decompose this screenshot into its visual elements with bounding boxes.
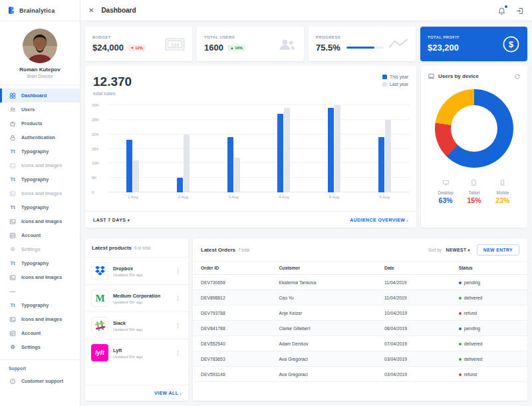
legend-label: Last year (390, 82, 408, 87)
progress-bar (346, 47, 384, 49)
device-label: Tablet (460, 190, 488, 195)
date-cell: 11/04/2019 (376, 290, 451, 305)
svg-text:$: $ (509, 39, 513, 49)
typography-icon: Tt (9, 176, 17, 183)
status-cell: refund (451, 367, 527, 382)
main-content: BUDGET$24,000▼ 12%100TOTAL USERS1600▲ 16… (80, 21, 532, 406)
sidebar-item-settings[interactable]: ⚙Settings (0, 340, 80, 354)
sidebar-item-dashboard[interactable]: Dashboard (0, 89, 80, 102)
brand-name: Brainalytica (19, 7, 55, 14)
status-dot (459, 327, 462, 330)
more-options-icon[interactable]: ⋮ (174, 322, 182, 329)
sidebar-item-label: Typography (21, 204, 49, 210)
stat-value: $23,200 (428, 43, 459, 53)
status-cell: delivered (451, 290, 527, 305)
bar-group (359, 105, 410, 192)
date-cell: 10/04/2019 (376, 305, 451, 321)
delta-badge: ▼ 12% (128, 45, 146, 51)
table-row: DEV898812Cao Yu11/04/2019delivered (193, 290, 527, 305)
x-axis-labels: 1 Aug2 Aug3 Aug4 Aug5 Aug6 Aug (108, 195, 410, 199)
sidebar-item-label: Settings (21, 246, 41, 252)
sidebar-item-label: Customer support (21, 378, 63, 384)
sidebar-item-authentication[interactable]: Authentication (0, 130, 80, 144)
product-updated: Updated 5hr ago (113, 327, 143, 331)
order-id-cell: DEV841788 (193, 321, 271, 336)
logo-row[interactable]: Brainalytica (0, 0, 80, 21)
banknote-icon: 100 (165, 37, 185, 51)
sidebar-item-account[interactable]: Account (0, 326, 80, 340)
image-icon (9, 218, 17, 225)
more-options-icon[interactable]: ⋮ (174, 268, 182, 274)
sidebar-item-typography[interactable]: TtTypography (0, 172, 80, 186)
sidebar-item-typography[interactable]: TtTypography (0, 256, 80, 270)
sidebar-item-icons-and-images[interactable]: Icons and Images (0, 270, 80, 284)
bar-last-year (334, 105, 340, 192)
sidebar-item-icons-and-images[interactable]: Icons and Images (0, 312, 80, 326)
sidebar-item-label: Authentication (21, 134, 55, 140)
more-options-icon[interactable]: ⋮ (174, 295, 182, 302)
status-dot (459, 282, 462, 284)
view-all-link[interactable]: VIEW ALL › (154, 391, 182, 395)
product-updated: Updated 5hr ago (113, 300, 160, 304)
notification-dot (505, 5, 507, 8)
device-mobile: Mobile23% (489, 177, 517, 204)
notifications-bell-icon[interactable] (497, 6, 506, 15)
sidebar-item-icons-and-images[interactable]: Icons and Images (0, 158, 80, 172)
chart-subtitle: total sales (93, 91, 408, 97)
range-dropdown[interactable]: LAST 7 DAYS ▾ (93, 218, 130, 222)
product-item-lyft: lyftLyftUpdated 5hr ago⋮ (85, 339, 188, 366)
column-header-order-id: Order ID (193, 262, 271, 275)
sidebar-item-customer-support[interactable]: Customer support (0, 374, 80, 388)
refresh-icon[interactable] (514, 73, 521, 80)
device-percent: 23% (489, 196, 517, 204)
sidebar-item-label: Account (21, 232, 41, 238)
chart-title: 12.370 (93, 75, 408, 89)
sort-dropdown[interactable]: NEWEST ▾ (446, 248, 469, 252)
sidebar-item-typography[interactable]: TtTypography (0, 200, 80, 214)
bar-group (309, 105, 360, 192)
typography-icon: Tt (9, 260, 17, 267)
bar-chart: 30K25K20K15K10K5K0 (92, 105, 410, 192)
sidebar-item-typography[interactable]: TtTypography (0, 144, 80, 158)
legend-label: This year (390, 75, 408, 79)
column-header-status: Status (451, 262, 527, 275)
sidebar-nav: DashboardUsersProductsAuthenticationTtTy… (0, 85, 80, 354)
lock-icon (9, 134, 17, 141)
sidebar-item-divider[interactable]: — (0, 284, 80, 298)
sidebar-item-account[interactable]: Account (0, 228, 80, 242)
laptop-icon (428, 73, 435, 80)
dash-icon: — (9, 288, 17, 295)
sidebar-item-typography[interactable]: TtTypography (0, 298, 80, 312)
table-row: DEV841788Clarke Gillebert08/04/2019pendi… (193, 321, 527, 336)
new-entry-button[interactable]: NEW ENTRY (477, 244, 519, 256)
sidebar-item-label: Icons and Images (21, 218, 62, 224)
sidebar-item-icons-and-images[interactable]: Icons and Images (0, 214, 80, 228)
more-options-icon[interactable]: ⋮ (174, 349, 182, 356)
customer-cell: Adam Denisov (271, 336, 376, 351)
sidebar-item-label: Account (21, 330, 41, 336)
sidebar-item-settings[interactable]: ⚙Settings (0, 242, 80, 256)
order-id-cell: DEV793788 (193, 305, 271, 321)
image-icon (9, 316, 17, 323)
stat-label: PROGRESS (316, 35, 384, 39)
product-item-slack: SlackUpdated 5hr ago⋮ (85, 311, 188, 339)
logout-icon[interactable] (515, 6, 524, 15)
sidebar-item-users[interactable]: Users (0, 102, 80, 116)
stat-card-budget: BUDGET$24,000▼ 12%100 (85, 27, 192, 61)
bar-this-year (277, 114, 283, 192)
date-cell: 07/04/2019 (376, 336, 451, 351)
audience-overview-link[interactable]: AUDIENCE OVERVIEW › (350, 218, 408, 222)
device-label: Mobile (489, 190, 517, 195)
avatar[interactable] (23, 29, 57, 63)
x-axis-label: 5 Aug (309, 195, 360, 199)
bar-last-year (234, 158, 240, 192)
close-icon[interactable]: ✕ (88, 7, 94, 14)
sidebar-item-icons-and-images[interactable]: Icons and Images (0, 186, 80, 200)
y-axis-tick: 15K (92, 147, 99, 151)
sidebar-item-label: Icons and Images (21, 190, 62, 196)
sidebar-item-products[interactable]: Products (0, 116, 80, 130)
customer-cell: Ekaterina Tankova (271, 275, 376, 290)
order-id-cell: DEV552540 (193, 336, 271, 351)
bar-this-year (378, 137, 384, 192)
status-dot (459, 373, 462, 376)
